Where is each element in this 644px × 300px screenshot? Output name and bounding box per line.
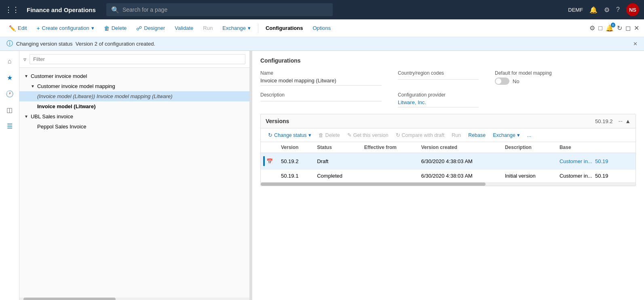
- form-row-1: Name Invoice model mapping (Litware) Cou…: [260, 70, 636, 86]
- run-button[interactable]: Run: [199, 23, 217, 33]
- versions-run-button[interactable]: Run: [448, 131, 464, 139]
- description-label: Description: [260, 92, 382, 98]
- nav-icon-list[interactable]: ☰: [2, 119, 17, 133]
- validate-button[interactable]: Validate: [171, 23, 197, 33]
- action-bar-right: ⚙ □ 🔔0 ↻ ◻ ✕: [589, 24, 639, 32]
- tree-item-invoice-model-litware[interactable]: Invoice model (Litware): [19, 101, 249, 111]
- main-layout: ⌂ ★ 🕐 ◫ ☰ ▿ ▼ Customer invoice model ▼ C…: [0, 51, 644, 300]
- row2-re: [261, 170, 277, 183]
- row1-re: 📅: [261, 153, 277, 170]
- right-panel: Configurations Name Invoice model mappin…: [252, 51, 644, 300]
- search-bar[interactable]: 🔍: [106, 3, 333, 16]
- nav-icon-recent[interactable]: 🕐: [2, 86, 17, 101]
- expand-icon[interactable]: □: [598, 25, 602, 32]
- personalize-icon[interactable]: ⚙: [589, 24, 595, 32]
- description-value: [260, 99, 382, 101]
- table-row[interactable]: 50.19.1 Completed 6/30/2020 4:38:03 AM I…: [261, 170, 636, 183]
- top-bar-right: DEMF 🔔 ⚙ ? NS: [568, 3, 639, 16]
- refresh-icon[interactable]: ↻: [617, 24, 622, 32]
- options-button[interactable]: Options: [308, 23, 335, 33]
- row1-effective-from: [360, 153, 417, 170]
- form-group-description: Description: [260, 92, 382, 107]
- avatar[interactable]: NS: [626, 3, 639, 16]
- config-provider-label: Configuration provider: [398, 92, 479, 98]
- versions-delete-button[interactable]: 🗑 Delete: [315, 131, 343, 139]
- col-effective-from: Effective from: [360, 142, 417, 153]
- toggle-thumb: [496, 78, 501, 84]
- notification-badge-icon[interactable]: 🔔0: [606, 24, 614, 32]
- search-input[interactable]: [122, 6, 328, 13]
- country-label: Country/region codes: [398, 70, 479, 76]
- row2-status: Completed: [313, 170, 360, 183]
- exchange-button[interactable]: Exchange ▾: [218, 23, 255, 33]
- compare-with-draft-button[interactable]: ↻ Compare with draft: [393, 131, 448, 139]
- row1-base: Customer in... 50.19: [555, 153, 636, 170]
- table-header-row: Version Status Effective from Version cr…: [261, 142, 636, 153]
- create-configuration-button[interactable]: + Create configuration ▾: [32, 23, 98, 33]
- designer-button[interactable]: ☍ Designer: [132, 23, 169, 33]
- filter-input[interactable]: [30, 54, 245, 64]
- get-this-version-button[interactable]: ✎ Get this version: [344, 131, 392, 139]
- tree-item-invoice-model-litware-mapping[interactable]: (Invoice model (Litware)) Invoice model …: [19, 91, 249, 101]
- versions-title: Versions: [266, 118, 595, 124]
- filter-bar: ▿: [19, 51, 249, 68]
- row1-base-version[interactable]: 50.19: [595, 158, 608, 164]
- change-status-button[interactable]: ↻ Change status ▾: [265, 131, 315, 139]
- row2-version: 50.19.1: [277, 170, 313, 183]
- versions-header: Versions 50.19.2 -- ▲: [261, 114, 636, 128]
- row1-version-created: 6/30/2020 4:38:03 AM: [417, 153, 501, 170]
- col-status: Status: [313, 142, 360, 153]
- versions-delete-icon: 🗑: [319, 132, 324, 138]
- separator: [258, 23, 258, 33]
- right-panel-horizontal-scrollbar[interactable]: [261, 183, 636, 186]
- col-version-created: Version created: [417, 142, 501, 153]
- tree-item-peppol-sales-invoice[interactable]: Peppol Sales Invoice: [19, 122, 249, 132]
- col-re: [261, 142, 277, 153]
- delete-icon: 🗑: [104, 25, 110, 31]
- restore-icon[interactable]: ◻: [625, 24, 631, 32]
- designer-icon: ☍: [136, 25, 142, 31]
- versions-exchange-button[interactable]: Exchange ▾: [490, 131, 523, 139]
- help-icon[interactable]: ?: [616, 6, 620, 13]
- filter-icon: ▿: [23, 56, 26, 63]
- edit-button[interactable]: ✏️ Edit: [5, 23, 31, 33]
- sidebar-nav: ⌂ ★ 🕐 ◫ ☰: [0, 51, 19, 300]
- versions-more-button[interactable]: ...: [524, 131, 534, 139]
- col-base: Base: [555, 142, 636, 153]
- tree-item-ubl-sales-invoice[interactable]: ▼ UBL Sales invoice: [19, 111, 249, 122]
- default-mapping-label: Default for model mapping: [495, 70, 576, 76]
- versions-exchange-chevron: ▾: [517, 132, 520, 138]
- tree-item-customer-model-mapping[interactable]: ▼ Customer invoice model mapping: [19, 81, 249, 91]
- tree-item-customer-invoice-model[interactable]: ▼ Customer invoice model: [19, 71, 249, 81]
- form-row-2: Description Configuration provider Litwa…: [260, 92, 636, 107]
- environment-label: DEMF: [568, 7, 583, 13]
- plus-icon: +: [36, 25, 40, 31]
- table-row[interactable]: 📅 50.19.2 Draft 6/30/2020 4:38:03 AM Cus…: [261, 153, 636, 170]
- configurations-button[interactable]: Configurations: [262, 23, 307, 33]
- app-title: Finance and Operations: [27, 6, 96, 13]
- change-status-chevron: ▾: [308, 132, 311, 138]
- top-navigation-bar: ⋮⋮ Finance and Operations 🔍 DEMF 🔔 ⚙ ? N…: [0, 0, 644, 19]
- close-icon[interactable]: ✕: [634, 24, 639, 32]
- settings-icon[interactable]: ⚙: [604, 6, 610, 14]
- nav-icon-home[interactable]: ⌂: [2, 54, 17, 69]
- nav-icon-workspaces[interactable]: ◫: [2, 103, 17, 117]
- config-provider-value[interactable]: Litware, Inc.: [398, 99, 479, 107]
- notification-icon[interactable]: 🔔: [589, 6, 598, 14]
- grid-menu-icon[interactable]: ⋮⋮: [5, 5, 19, 14]
- info-banner-close-icon[interactable]: ✕: [633, 41, 638, 47]
- delete-button[interactable]: 🗑 Delete: [100, 23, 131, 33]
- default-mapping-toggle[interactable]: [495, 78, 509, 85]
- left-panel-scrollbar[interactable]: [19, 298, 249, 300]
- get-version-icon: ✎: [347, 132, 352, 138]
- name-value: Invoice model mapping (Litware): [260, 78, 382, 86]
- versions-collapse-icon[interactable]: ▲: [625, 118, 631, 124]
- toggle-row: No: [495, 78, 576, 85]
- info-banner: ⓘ Changing version status Version 2 of c…: [0, 37, 644, 51]
- caret-icon: ▼: [24, 114, 28, 119]
- nav-icon-favorites[interactable]: ★: [2, 70, 17, 85]
- left-tree-panel: ▿ ▼ Customer invoice model ▼ Customer in…: [19, 51, 250, 300]
- change-status-icon: ↻: [268, 132, 272, 138]
- row1-base-link[interactable]: Customer in...: [560, 158, 592, 164]
- rebase-button[interactable]: Rebase: [465, 131, 489, 139]
